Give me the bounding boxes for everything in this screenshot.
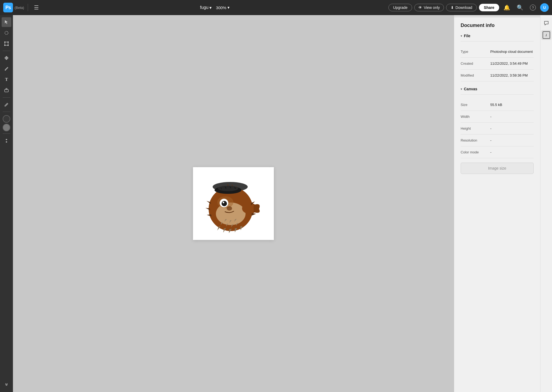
transform-tool[interactable] xyxy=(2,39,11,49)
svg-rect-3 xyxy=(8,42,9,43)
download-label: Download xyxy=(456,5,472,10)
color-mode-label: Color mode xyxy=(461,150,490,154)
file-section-divider xyxy=(461,41,534,42)
resolution-value: - xyxy=(490,138,534,142)
topbar-right: Upgrade 👁 View only ⬇ Download Share 🔔 🔍… xyxy=(388,3,549,12)
svg-rect-8 xyxy=(5,90,8,92)
canvas-section-label: Canvas xyxy=(464,87,477,91)
svg-point-31 xyxy=(222,201,227,206)
height-value: - xyxy=(490,126,534,130)
bell-icon: 🔔 xyxy=(503,4,510,11)
canvas-chevron-icon: ▾ xyxy=(461,87,462,91)
help-icon: ? xyxy=(530,5,536,11)
share-button[interactable]: Share xyxy=(479,4,499,11)
help-button[interactable]: ? xyxy=(528,4,538,12)
type-label: Type xyxy=(461,50,490,54)
type-row: Type Photoshop cloud document xyxy=(461,46,534,58)
topbar-center: fugu ▾ 300% ▾ xyxy=(44,5,386,10)
canvas-section-header[interactable]: ▾ Canvas xyxy=(461,87,534,91)
file-chevron-icon: ▾ xyxy=(461,34,462,38)
created-row: Created 11/22/2022, 3:54:49 PM xyxy=(461,58,534,70)
modified-row: Modified 11/22/2022, 3:59:36 PM xyxy=(461,70,534,81)
toolbar-separator-4 xyxy=(3,133,10,134)
app-logo-area: Ps (Beta) xyxy=(3,3,24,12)
select-tool[interactable] xyxy=(2,17,11,27)
svg-point-10 xyxy=(5,105,6,106)
modified-value: 11/22/2022, 3:59:36 PM xyxy=(490,73,534,77)
sync-tool[interactable] xyxy=(2,136,11,146)
search-icon: 🔍 xyxy=(517,4,523,11)
zoom-level: 300% xyxy=(216,5,226,10)
fugu-illustration xyxy=(198,171,268,236)
info-icon: i xyxy=(543,31,550,39)
lasso-tool[interactable] xyxy=(2,28,11,38)
image-size-button[interactable]: Image size xyxy=(461,163,534,174)
eye-icon: 👁 xyxy=(418,5,422,10)
eyedropper-tool[interactable] xyxy=(2,100,11,109)
canvas-section-divider xyxy=(461,94,534,95)
filename-button[interactable]: fugu ▾ xyxy=(200,5,212,10)
file-section-label: File xyxy=(464,34,470,38)
svg-point-9 xyxy=(6,88,7,90)
filename-label: fugu xyxy=(200,5,208,10)
search-button[interactable]: 🔍 xyxy=(515,3,526,12)
topbar: Ps (Beta) ☰ fugu ▾ 300% ▾ Upgrade 👁 View… xyxy=(0,0,552,15)
width-value: - xyxy=(490,115,534,119)
menu-button[interactable]: ☰ xyxy=(32,3,41,12)
svg-point-33 xyxy=(227,206,232,211)
background-color[interactable] xyxy=(3,124,10,131)
svg-marker-26 xyxy=(240,226,243,230)
created-value: 11/22/2022, 3:54:49 PM xyxy=(490,61,534,66)
modified-label: Modified xyxy=(461,73,490,77)
width-row: Width - xyxy=(461,111,534,123)
canvas-area[interactable] xyxy=(13,15,454,392)
main-area: T xyxy=(0,15,552,392)
size-row: Size 55.5 kB xyxy=(461,99,534,111)
file-section-header[interactable]: ▾ File xyxy=(461,34,534,38)
ps-logo: Ps xyxy=(3,3,13,12)
resolution-row: Resolution - xyxy=(461,135,534,146)
svg-marker-29 xyxy=(251,213,256,216)
comment-button[interactable] xyxy=(541,18,551,28)
canvas-container xyxy=(193,167,274,240)
brush-tool[interactable] xyxy=(2,64,11,74)
type-value: Photoshop cloud document xyxy=(490,50,534,54)
toolbar-separator-2 xyxy=(3,97,10,98)
topbar-divider xyxy=(28,4,28,11)
zoom-button[interactable]: 300% ▾ xyxy=(216,5,229,10)
resolution-label: Resolution xyxy=(461,138,490,142)
svg-rect-2 xyxy=(4,42,5,43)
panel-tabs xyxy=(454,15,540,17)
far-right-panel: i xyxy=(540,15,552,392)
panel-body: Document info ▾ File Type Photoshop clou… xyxy=(454,17,540,392)
avatar[interactable]: U xyxy=(540,3,549,12)
type-icon: T xyxy=(5,77,8,82)
color-mode-row: Color mode - xyxy=(461,146,534,158)
toolbar-separator-1 xyxy=(3,51,10,51)
download-button[interactable]: ⬇ Download xyxy=(446,4,477,11)
view-only-button[interactable]: 👁 View only xyxy=(414,4,444,11)
svg-point-32 xyxy=(223,202,224,203)
beta-label: (Beta) xyxy=(15,6,24,10)
heal-tool[interactable] xyxy=(2,53,11,63)
height-row: Height - xyxy=(461,123,534,135)
info-panel-button[interactable]: i xyxy=(541,30,551,40)
svg-rect-4 xyxy=(4,45,5,46)
size-label: Size xyxy=(461,103,490,107)
color-mode-value: - xyxy=(490,150,534,154)
created-label: Created xyxy=(461,61,490,66)
upgrade-button[interactable]: Upgrade xyxy=(388,4,412,11)
svg-point-0 xyxy=(5,31,8,35)
download-icon: ⬇ xyxy=(451,5,454,10)
type-tool[interactable]: T xyxy=(2,75,11,84)
document-info-title: Document info xyxy=(461,23,534,28)
filename-chevron-icon: ▾ xyxy=(209,5,212,10)
foreground-color[interactable] xyxy=(3,115,10,123)
height-label: Height xyxy=(461,126,490,130)
left-toolbar: T xyxy=(0,15,13,392)
collapse-toolbar-button[interactable] xyxy=(2,380,11,390)
size-value: 55.5 kB xyxy=(490,103,534,107)
shape-tool[interactable] xyxy=(2,85,11,95)
notifications-button[interactable]: 🔔 xyxy=(501,3,512,12)
svg-rect-5 xyxy=(8,45,9,46)
